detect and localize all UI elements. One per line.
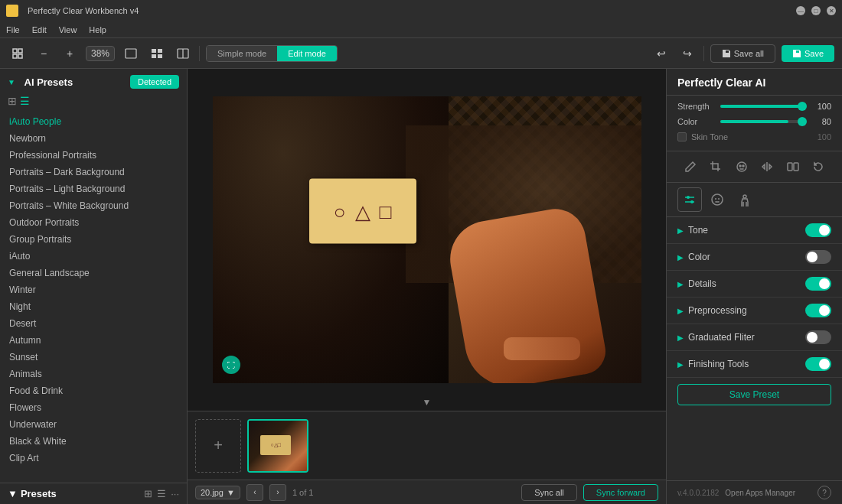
minimize-button[interactable]: — — [796, 6, 805, 15]
edit-mode-button[interactable]: Edit mode — [277, 46, 337, 61]
undo-button[interactable]: ↩ — [651, 44, 671, 63]
strength-track[interactable] — [720, 105, 805, 108]
details-label: Details — [688, 278, 805, 289]
grid-view-icon[interactable]: ⊞ — [8, 95, 17, 107]
graduated-filter-section[interactable]: ▶ Graduated Fliter — [667, 324, 842, 351]
preset-item-night[interactable]: Night — [0, 298, 187, 315]
menu-edit[interactable]: Edit — [32, 25, 47, 34]
body-subtool[interactable] — [733, 187, 757, 212]
expand-button[interactable]: ⛶ — [222, 356, 240, 374]
open-apps-link[interactable]: Open Apps Manager — [725, 489, 811, 497]
nav-prev-button[interactable]: ‹ — [246, 484, 263, 501]
presets-title[interactable]: ▼ Presets — [8, 488, 57, 499]
edit-tool-icon[interactable] — [680, 156, 701, 177]
zoom-in-button[interactable]: + — [60, 44, 80, 63]
preset-item-iauto[interactable]: iAuto — [0, 248, 187, 265]
presets-grid-icon[interactable]: ⊞ — [144, 488, 152, 499]
help-button[interactable]: ? — [818, 486, 831, 499]
sidebar-view-toggle: ⊞ ☰ — [0, 92, 187, 110]
preset-item-desert[interactable]: Desert — [0, 315, 187, 332]
strength-value: 100 — [810, 102, 831, 111]
graduated-filter-toggle[interactable] — [805, 330, 831, 344]
filmstrip-add-button[interactable]: + — [195, 419, 241, 473]
preset-item-autumn[interactable]: Autumn — [0, 332, 187, 349]
skin-tone-value: 100 — [818, 132, 831, 141]
sync-all-button[interactable]: Sync all — [521, 484, 577, 501]
compare-view-button[interactable] — [173, 44, 193, 63]
preprocessing-arrow: ▶ — [677, 307, 684, 315]
details-toggle-knob — [819, 278, 830, 289]
ai-title: Perfectly Clear AI — [677, 76, 831, 89]
zoom-fit-button[interactable] — [8, 44, 28, 63]
preset-item-clip-art[interactable]: Clip Art — [0, 450, 187, 467]
preset-item-portraits-dark-bg[interactable]: Portraits – Dark Background — [0, 164, 187, 180]
menu-file[interactable]: File — [6, 25, 20, 34]
preset-item-black-white[interactable]: Black & White — [0, 433, 187, 450]
frame-view-button[interactable] — [121, 44, 141, 63]
preprocessing-toggle[interactable] — [805, 304, 831, 317]
menu-help[interactable]: Help — [89, 25, 106, 34]
tone-section[interactable]: ▶ Tone — [667, 217, 842, 244]
reset-icon[interactable] — [808, 156, 829, 177]
save-all-button[interactable]: Save all — [710, 44, 775, 63]
preset-item-winter[interactable]: Winter — [0, 281, 187, 298]
finishing-tools-toggle[interactable] — [805, 357, 831, 371]
close-button[interactable]: ✕ — [827, 6, 836, 15]
preset-item-general-landscape[interactable]: General Landscape — [0, 265, 187, 281]
presets-more-icon[interactable]: ··· — [171, 488, 179, 499]
save-preset-button[interactable]: Save Preset — [677, 384, 831, 405]
sync-forward-button[interactable]: Sync forward — [583, 484, 658, 501]
file-selector[interactable]: 20.jpg ▼ — [195, 486, 240, 499]
menu-view[interactable]: View — [59, 25, 77, 34]
svg-point-23 — [743, 195, 746, 198]
detected-badge[interactable]: Detected — [130, 75, 179, 89]
preset-item-professional-portraits[interactable]: Professional Portraits — [0, 147, 187, 164]
sidebar-chevron: ▼ — [8, 78, 15, 86]
preset-item-animals[interactable]: Animals — [0, 366, 187, 382]
presets-list-icon[interactable]: ☰ — [157, 488, 166, 499]
sidebar-title-text: AI Presets — [24, 76, 73, 88]
sidebar: ▼ AI Presets Detected ⊞ ☰ iAuto People N… — [0, 69, 188, 504]
color-toggle[interactable] — [805, 250, 831, 264]
face-subtool[interactable] — [705, 187, 729, 212]
zoom-out-button[interactable]: − — [34, 44, 54, 63]
color-track[interactable] — [720, 120, 805, 123]
finishing-tools-section[interactable]: ▶ Finishing Tools — [667, 351, 842, 378]
compare-icon[interactable] — [782, 156, 804, 177]
sliders-subtool[interactable] — [677, 187, 702, 212]
nav-next-button[interactable]: › — [269, 484, 286, 501]
preset-item-portraits-white-bg[interactable]: Portraits – White Background — [0, 197, 187, 214]
svg-rect-1 — [18, 49, 22, 53]
face-tool-icon[interactable] — [731, 156, 752, 177]
flip-h-icon[interactable] — [756, 156, 778, 177]
preset-item-underwater[interactable]: Underwater — [0, 416, 187, 433]
preset-item-outdoor-portraits[interactable]: Outdoor Portraits — [0, 214, 187, 231]
preprocessing-section[interactable]: ▶ Preprocessing — [667, 298, 842, 324]
maximize-button[interactable]: □ — [811, 6, 821, 15]
preset-item-auto-people[interactable]: iAuto People — [0, 113, 187, 130]
list-view-icon[interactable]: ☰ — [20, 95, 30, 107]
title-bar: Perfectly Clear Workbench v4 — □ ✕ — [0, 0, 842, 21]
color-section-label: Color — [688, 252, 805, 262]
crop-tool-icon[interactable] — [705, 156, 726, 177]
tone-toggle[interactable] — [805, 223, 831, 237]
preset-item-group-portraits[interactable]: Group Portraits — [0, 231, 187, 248]
details-section[interactable]: ▶ Details — [667, 271, 842, 298]
preset-item-flowers[interactable]: Flowers — [0, 399, 187, 416]
save-button[interactable]: Save — [782, 45, 834, 62]
skin-tone-label: Skin Tone — [691, 132, 728, 141]
sidebar-header: ▼ AI Presets Detected — [0, 69, 187, 92]
color-section[interactable]: ▶ Color — [667, 244, 842, 271]
preset-item-sunset[interactable]: Sunset — [0, 349, 187, 366]
squid-card: ○ △ □ — [309, 179, 416, 244]
filmstrip-thumbnail[interactable]: ○△□ — [247, 419, 308, 473]
preset-item-portraits-light-bg[interactable]: Portraits – Light Background — [0, 180, 187, 197]
simple-mode-button[interactable]: Simple mode — [207, 46, 277, 61]
preset-item-food-drink[interactable]: Food & Drink — [0, 382, 187, 399]
details-toggle[interactable] — [805, 277, 831, 291]
redo-button[interactable]: ↪ — [677, 44, 697, 63]
preset-item-newborn[interactable]: Newborn — [0, 130, 187, 147]
main-area: ▼ AI Presets Detected ⊞ ☰ iAuto People N… — [0, 69, 842, 504]
grid-view-button[interactable] — [147, 44, 167, 63]
skin-tone-checkbox[interactable] — [677, 132, 687, 141]
